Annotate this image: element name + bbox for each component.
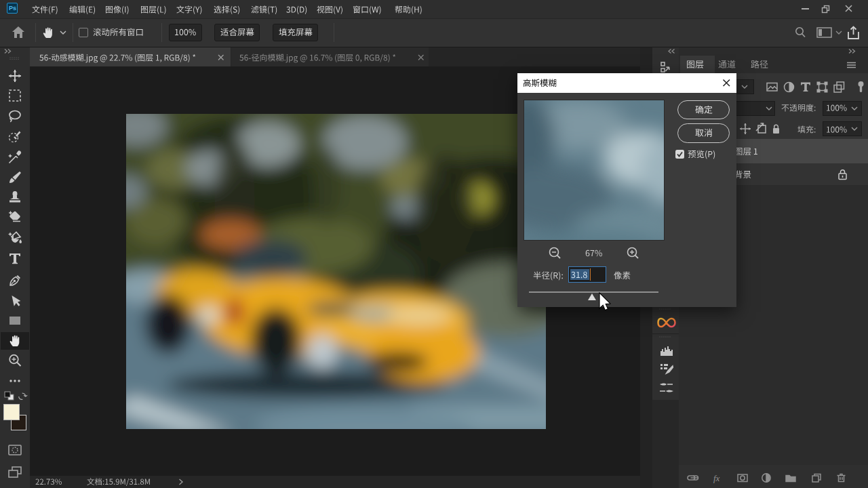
svg-text:fx: fx xyxy=(713,473,720,483)
